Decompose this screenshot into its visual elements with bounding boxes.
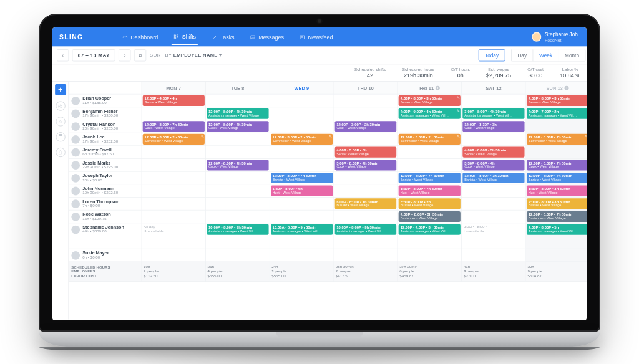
schedule-cell[interactable]: 12:00P - 8:00P • 7h 30minBarista • West … bbox=[398, 172, 462, 185]
schedule-cell[interactable] bbox=[334, 133, 398, 146]
schedule-cell[interactable] bbox=[462, 211, 526, 224]
shift-block[interactable]: 12:00P - 8:00P • 7h 30minBarista • West … bbox=[462, 173, 524, 183]
schedule-cell[interactable]: 12:00P - 3:00P • 2h 30minCook • West Vil… bbox=[334, 120, 398, 133]
shift-block[interactable]: 12:00P - 4:00P • 3h 30minAssistant manag… bbox=[399, 224, 461, 235]
shift-block[interactable]: 1:30P - 8:00P • 3h 30minHost • West Vill… bbox=[527, 186, 587, 196]
schedule-cell[interactable] bbox=[270, 211, 334, 224]
shift-block[interactable]: 12:00P - 3:00P • 2h 30minSommelier • Wes… bbox=[399, 134, 461, 145]
schedule-cell[interactable]: 3:30P - 8:00P • 4hCook • West Village bbox=[462, 159, 526, 172]
schedule-cell[interactable]: 12:00P - 8:00P • 7h 30minCook • West Vil… bbox=[142, 120, 206, 133]
day-header[interactable]: SAT 12 bbox=[462, 82, 526, 95]
shift-block[interactable]: 1:30P - 8:00P • 6hHost • West Village bbox=[271, 186, 333, 196]
shift-block[interactable]: 12:00P - 8:00P • 7h 30minCook • West Vil… bbox=[143, 121, 205, 132]
schedule-cell[interactable]: 10:00A - 8:00P • 9h 30minAssistant manag… bbox=[206, 223, 270, 236]
schedule-cell[interactable]: 5:30P - 8:00P • 2hBusser • West Village bbox=[398, 198, 462, 211]
shift-block[interactable]: 4:00P - 8:00P • 3h 30minBusser • West Vi… bbox=[527, 198, 587, 209]
shift-block[interactable]: 4:00P - 8:00P • 3h 30minServer • West Vi… bbox=[462, 147, 524, 158]
schedule-cell[interactable] bbox=[462, 249, 526, 262]
user-menu[interactable]: Stephanie Joh… FoodNet bbox=[532, 32, 583, 42]
schedule-cell[interactable]: 4:00P - 8:00P • 3h 30minServer • West Vi… bbox=[462, 146, 526, 159]
shift-block[interactable]: 12:00P - 3:30P • 3hCook • West Village bbox=[462, 121, 524, 132]
schedule-cell[interactable] bbox=[462, 198, 526, 211]
schedule-cell[interactable] bbox=[142, 249, 206, 262]
schedule-cell[interactable] bbox=[142, 236, 206, 249]
shift-block[interactable]: 4:00P - 9:00P • 4h 30minAssistant manage… bbox=[399, 108, 461, 119]
rail-location-icon[interactable]: ◎ bbox=[56, 102, 65, 111]
next-week-button[interactable]: › bbox=[119, 49, 130, 61]
schedule-cell[interactable]: 12:00P - 8:00P • 7h 30minCook • West Vil… bbox=[206, 120, 270, 133]
employee-cell[interactable]: Crystal Hanson20h 30min • $205.00 bbox=[69, 120, 142, 133]
schedule-cell[interactable]: 12:00P - 8:00P • 7h 30minBarista • West … bbox=[270, 172, 334, 185]
rail-people-icon[interactable]: ☺ bbox=[56, 117, 65, 126]
schedule-cell[interactable] bbox=[142, 184, 206, 198]
schedule-cell[interactable]: 10:00A - 8:00P • 9h 30minAssistant manag… bbox=[334, 223, 398, 236]
shift-block[interactable]: 12:00P - 8:00P • 7h 30minBarista • West … bbox=[399, 173, 461, 183]
clone-button[interactable]: ⧉ bbox=[134, 49, 146, 61]
schedule-cell[interactable] bbox=[270, 146, 334, 159]
shift-block[interactable]: 12:00P - 8:00P • 7h 30minBartender • Wes… bbox=[527, 211, 587, 222]
day-header[interactable]: WED 9 bbox=[270, 82, 334, 95]
employee-cell[interactable]: Susie Mayer0h • $0.00 bbox=[69, 249, 142, 262]
day-header[interactable]: FRI 11i bbox=[398, 82, 462, 95]
schedule-cell[interactable] bbox=[462, 133, 526, 146]
schedule-cell[interactable] bbox=[206, 146, 270, 159]
view-day[interactable]: Day bbox=[512, 49, 533, 61]
schedule-cell[interactable]: 4:00P - 3:30P • 3hServer • West Village bbox=[334, 146, 398, 159]
nav-messages[interactable]: Messages bbox=[248, 29, 286, 44]
schedule-cell[interactable] bbox=[142, 198, 206, 211]
schedule-cell[interactable]: 1:30P - 8:00P • 3h 30minHost • West Vill… bbox=[526, 184, 587, 198]
schedule-cell[interactable]: 1:30P - 8:00P • 7h 30minHost • West Vill… bbox=[398, 184, 462, 198]
schedule-cell[interactable] bbox=[334, 172, 398, 185]
employee-cell[interactable]: Loren Thompson7h • $0.00 bbox=[69, 198, 142, 211]
schedule-cell[interactable] bbox=[270, 159, 334, 172]
shift-block[interactable]: 12:00P - 4:30P • 4hServer • West Village bbox=[143, 95, 205, 106]
day-header[interactable]: THU 10 bbox=[334, 82, 398, 95]
schedule-cell[interactable] bbox=[206, 133, 270, 146]
shift-block[interactable]: 4:00P - 3:30P • 3hServer • West Village bbox=[334, 147, 396, 158]
day-header[interactable]: SUN 13i bbox=[526, 82, 587, 95]
view-week[interactable]: Week bbox=[533, 49, 559, 61]
shift-block[interactable]: 10:00A - 8:00P • 9h 30minAssistant manag… bbox=[334, 224, 396, 235]
shift-block[interactable]: 10:00A - 8:00P • 9h 30minAssistant manag… bbox=[207, 224, 268, 235]
schedule-cell[interactable] bbox=[462, 184, 526, 198]
schedule-cell[interactable] bbox=[206, 184, 270, 198]
schedule-cell[interactable]: 12:00P - 8:00P • 7h 30minSommelier • Wes… bbox=[526, 133, 587, 146]
shift-block[interactable]: 12:00P - 8:00P • 7h 30minCook • West Vil… bbox=[207, 160, 268, 170]
schedule-cell[interactable] bbox=[526, 146, 587, 159]
schedule-cell[interactable] bbox=[142, 107, 206, 120]
schedule-cell[interactable]: All dayUnavailable bbox=[142, 223, 206, 236]
view-month[interactable]: Month bbox=[559, 49, 585, 61]
schedule-cell[interactable] bbox=[142, 211, 206, 224]
shift-block[interactable]: 5:30P - 8:00P • 2hBusser • West Village bbox=[399, 198, 461, 209]
shift-block[interactable]: 1:30P - 8:00P • 7h 30minHost • West Vill… bbox=[399, 186, 461, 196]
schedule-cell[interactable]: 3:00P - 8:00P • 4h 30minCook • West Vill… bbox=[334, 159, 398, 172]
shift-block[interactable]: 12:00P - 8:00P • 7h 30minBarista • West … bbox=[271, 173, 333, 183]
schedule-cell[interactable] bbox=[206, 94, 270, 107]
schedule-cell[interactable]: 10:00A - 8:00P • 9h 30minAssistant manag… bbox=[270, 223, 334, 236]
schedule-cell[interactable] bbox=[270, 107, 334, 120]
nav-dashboard[interactable]: Dashboard bbox=[120, 29, 160, 44]
shift-block[interactable]: 4:00P – 8:00P • 3h 30minBartender • West… bbox=[399, 211, 461, 222]
shift-block[interactable]: 6:00P - 8:00P • 1h 30minBusser • West Vi… bbox=[334, 198, 396, 209]
schedule-cell[interactable]: 12:00P - 3:00P • 2h 30minSommelier • Wes… bbox=[398, 133, 462, 146]
shift-block[interactable]: 2:00P - 8:00P • 5hAssistant manager • We… bbox=[527, 224, 587, 235]
shift-block[interactable]: 12:00P - 8:00P • 7h 30minCook • West Vil… bbox=[207, 121, 268, 132]
shift-block[interactable]: 12:00P - 3:00P • 2h 30minSommelier • Wes… bbox=[143, 134, 205, 145]
add-shift-button[interactable]: + bbox=[55, 84, 66, 95]
day-header[interactable]: MON 7 bbox=[142, 82, 206, 95]
schedule-cell[interactable]: 3:00P - 8:00P • 4h 30minAssistant manage… bbox=[462, 107, 526, 120]
schedule-cell[interactable] bbox=[398, 249, 462, 262]
employee-cell[interactable]: Jessie Marks23h 30min • $235.00 bbox=[69, 159, 142, 172]
schedule-cell[interactable]: 4:00P - 9:00P • 4h 30minAssistant manage… bbox=[398, 107, 462, 120]
shift-block[interactable]: 4:00P - 8:00P • 3h 30minServer • West Vi… bbox=[399, 95, 461, 106]
schedule-cell[interactable]: 4:00P - 8:00P • 3h 30minServer • West Vi… bbox=[526, 94, 587, 107]
today-button[interactable]: Today bbox=[479, 49, 505, 61]
shift-block[interactable]: 3:00P - 8:00P • 4h 30minAssistant manage… bbox=[462, 108, 524, 119]
schedule-cell[interactable] bbox=[334, 236, 398, 249]
date-range[interactable]: 07 – 13 MAY bbox=[72, 49, 115, 61]
schedule-cell[interactable]: 4:00P - 8:00P • 3h 30minServer • West Vi… bbox=[398, 94, 462, 107]
schedule-cell[interactable] bbox=[398, 146, 462, 159]
schedule-cell[interactable] bbox=[206, 198, 270, 211]
schedule-cell[interactable]: 12:00P - 8:00P • 7h 30minCook • West Vil… bbox=[526, 159, 587, 172]
employee-cell[interactable] bbox=[69, 236, 142, 249]
